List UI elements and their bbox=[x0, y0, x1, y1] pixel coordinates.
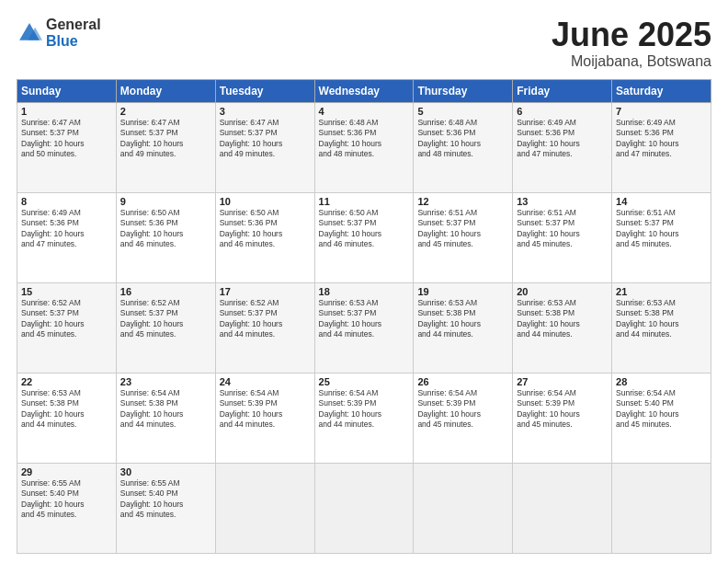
calendar-subtitle: Moijabana, Botswana bbox=[552, 53, 711, 70]
day-number: 4 bbox=[319, 106, 410, 117]
day-number: 8 bbox=[21, 196, 112, 207]
day-number: 6 bbox=[517, 106, 608, 117]
calendar-day-cell: 11Sunrise: 6:50 AM Sunset: 5:37 PM Dayli… bbox=[314, 192, 414, 282]
day-number: 24 bbox=[220, 376, 311, 387]
calendar-day-cell: 13Sunrise: 6:51 AM Sunset: 5:37 PM Dayli… bbox=[513, 192, 612, 282]
day-number: 3 bbox=[220, 106, 311, 117]
day-info: Sunrise: 6:51 AM Sunset: 5:37 PM Dayligh… bbox=[616, 208, 707, 250]
day-number: 27 bbox=[517, 376, 608, 387]
day-info: Sunrise: 6:49 AM Sunset: 5:36 PM Dayligh… bbox=[517, 118, 608, 160]
day-info: Sunrise: 6:54 AM Sunset: 5:38 PM Dayligh… bbox=[120, 388, 211, 431]
calendar-day-cell: 12Sunrise: 6:51 AM Sunset: 5:37 PM Dayli… bbox=[414, 192, 513, 282]
header-sunday: Sunday bbox=[17, 79, 117, 102]
day-info: Sunrise: 6:53 AM Sunset: 5:38 PM Dayligh… bbox=[517, 298, 608, 340]
day-info: Sunrise: 6:54 AM Sunset: 5:39 PM Dayligh… bbox=[319, 388, 410, 431]
calendar-day-cell: 17Sunrise: 6:52 AM Sunset: 5:37 PM Dayli… bbox=[215, 282, 314, 373]
day-info: Sunrise: 6:51 AM Sunset: 5:37 PM Dayligh… bbox=[417, 208, 508, 250]
day-info: Sunrise: 6:47 AM Sunset: 5:37 PM Dayligh… bbox=[220, 118, 311, 160]
day-info: Sunrise: 6:50 AM Sunset: 5:36 PM Dayligh… bbox=[120, 208, 211, 250]
day-number: 28 bbox=[616, 376, 707, 387]
day-number: 23 bbox=[120, 376, 211, 387]
day-number: 15 bbox=[21, 286, 112, 297]
calendar-day-cell: 3Sunrise: 6:47 AM Sunset: 5:37 PM Daylig… bbox=[215, 102, 314, 192]
calendar-day-cell: 14Sunrise: 6:51 AM Sunset: 5:37 PM Dayli… bbox=[612, 192, 711, 282]
day-info: Sunrise: 6:52 AM Sunset: 5:37 PM Dayligh… bbox=[21, 298, 112, 340]
calendar-day-cell: 24Sunrise: 6:54 AM Sunset: 5:39 PM Dayli… bbox=[215, 373, 314, 463]
calendar-day-cell: 22Sunrise: 6:53 AM Sunset: 5:38 PM Dayli… bbox=[17, 373, 117, 463]
calendar-day-cell: 15Sunrise: 6:52 AM Sunset: 5:37 PM Dayli… bbox=[17, 282, 117, 373]
day-number: 25 bbox=[319, 376, 410, 387]
day-number: 20 bbox=[517, 286, 608, 297]
calendar-day-cell: 2Sunrise: 6:47 AM Sunset: 5:37 PM Daylig… bbox=[116, 102, 215, 192]
day-number: 16 bbox=[120, 286, 211, 297]
header-saturday: Saturday bbox=[612, 79, 711, 102]
calendar-day-cell: 27Sunrise: 6:54 AM Sunset: 5:39 PM Dayli… bbox=[513, 373, 612, 463]
day-number: 14 bbox=[616, 196, 707, 207]
calendar-week-row: 15Sunrise: 6:52 AM Sunset: 5:37 PM Dayli… bbox=[17, 282, 711, 373]
calendar-title: June 2025 bbox=[552, 17, 711, 53]
calendar-day-cell: 8Sunrise: 6:49 AM Sunset: 5:36 PM Daylig… bbox=[17, 192, 117, 282]
day-info: Sunrise: 6:54 AM Sunset: 5:39 PM Dayligh… bbox=[517, 388, 608, 431]
day-number: 11 bbox=[319, 196, 410, 207]
day-number: 5 bbox=[417, 106, 508, 117]
day-info: Sunrise: 6:52 AM Sunset: 5:37 PM Dayligh… bbox=[120, 298, 211, 340]
calendar-day-cell: 25Sunrise: 6:54 AM Sunset: 5:39 PM Dayli… bbox=[314, 373, 414, 463]
day-number: 17 bbox=[220, 286, 311, 297]
day-info: Sunrise: 6:53 AM Sunset: 5:37 PM Dayligh… bbox=[319, 298, 410, 340]
day-info: Sunrise: 6:47 AM Sunset: 5:37 PM Dayligh… bbox=[21, 118, 112, 160]
calendar-day-cell: 9Sunrise: 6:50 AM Sunset: 5:36 PM Daylig… bbox=[116, 192, 215, 282]
day-number: 7 bbox=[616, 106, 707, 117]
header-tuesday: Tuesday bbox=[215, 79, 314, 102]
calendar-week-row: 1Sunrise: 6:47 AM Sunset: 5:37 PM Daylig… bbox=[17, 102, 711, 192]
day-info: Sunrise: 6:53 AM Sunset: 5:38 PM Dayligh… bbox=[417, 298, 508, 340]
logo-icon bbox=[17, 20, 42, 46]
day-info: Sunrise: 6:51 AM Sunset: 5:37 PM Dayligh… bbox=[517, 208, 608, 250]
day-info: Sunrise: 6:52 AM Sunset: 5:37 PM Dayligh… bbox=[220, 298, 311, 340]
page: General Blue June 2025 Moijabana, Botswa… bbox=[0, 0, 728, 563]
day-info: Sunrise: 6:55 AM Sunset: 5:40 PM Dayligh… bbox=[21, 478, 112, 521]
day-info: Sunrise: 6:54 AM Sunset: 5:39 PM Dayligh… bbox=[220, 388, 311, 431]
calendar-week-row: 8Sunrise: 6:49 AM Sunset: 5:36 PM Daylig… bbox=[17, 192, 711, 282]
calendar-day-cell: 29Sunrise: 6:55 AM Sunset: 5:40 PM Dayli… bbox=[17, 463, 117, 553]
day-number: 10 bbox=[220, 196, 311, 207]
calendar-day-cell: 6Sunrise: 6:49 AM Sunset: 5:36 PM Daylig… bbox=[513, 102, 612, 192]
calendar-week-row: 29Sunrise: 6:55 AM Sunset: 5:40 PM Dayli… bbox=[17, 463, 711, 553]
calendar-day-cell: 16Sunrise: 6:52 AM Sunset: 5:37 PM Dayli… bbox=[116, 282, 215, 373]
day-number: 1 bbox=[21, 106, 112, 117]
logo-general-text: General bbox=[46, 17, 101, 33]
calendar-day-cell: 28Sunrise: 6:54 AM Sunset: 5:40 PM Dayli… bbox=[612, 373, 711, 463]
day-number: 22 bbox=[21, 376, 112, 387]
day-number: 29 bbox=[21, 466, 112, 477]
calendar-day-cell: 20Sunrise: 6:53 AM Sunset: 5:38 PM Dayli… bbox=[513, 282, 612, 373]
calendar-day-cell: 18Sunrise: 6:53 AM Sunset: 5:37 PM Dayli… bbox=[314, 282, 414, 373]
logo: General Blue bbox=[17, 17, 101, 49]
calendar-empty-cell bbox=[513, 463, 612, 553]
day-number: 30 bbox=[120, 466, 211, 477]
calendar-day-cell: 7Sunrise: 6:49 AM Sunset: 5:36 PM Daylig… bbox=[612, 102, 711, 192]
day-number: 2 bbox=[120, 106, 211, 117]
header-friday: Friday bbox=[513, 79, 612, 102]
day-info: Sunrise: 6:55 AM Sunset: 5:40 PM Dayligh… bbox=[120, 478, 211, 521]
calendar-day-cell: 4Sunrise: 6:48 AM Sunset: 5:36 PM Daylig… bbox=[314, 102, 414, 192]
calendar-table: Sunday Monday Tuesday Wednesday Thursday… bbox=[17, 79, 711, 554]
day-info: Sunrise: 6:50 AM Sunset: 5:36 PM Dayligh… bbox=[220, 208, 311, 250]
day-number: 21 bbox=[616, 286, 707, 297]
day-info: Sunrise: 6:53 AM Sunset: 5:38 PM Dayligh… bbox=[21, 388, 112, 431]
day-info: Sunrise: 6:54 AM Sunset: 5:39 PM Dayligh… bbox=[417, 388, 508, 431]
day-number: 26 bbox=[417, 376, 508, 387]
calendar-empty-cell bbox=[215, 463, 314, 553]
day-info: Sunrise: 6:54 AM Sunset: 5:40 PM Dayligh… bbox=[616, 388, 707, 431]
day-number: 13 bbox=[517, 196, 608, 207]
calendar-day-cell: 19Sunrise: 6:53 AM Sunset: 5:38 PM Dayli… bbox=[414, 282, 513, 373]
day-number: 19 bbox=[417, 286, 508, 297]
title-area: June 2025 Moijabana, Botswana bbox=[552, 17, 711, 70]
header-thursday: Thursday bbox=[414, 79, 513, 102]
header-wednesday: Wednesday bbox=[314, 79, 414, 102]
header-monday: Monday bbox=[116, 79, 215, 102]
day-number: 12 bbox=[417, 196, 508, 207]
day-info: Sunrise: 6:53 AM Sunset: 5:38 PM Dayligh… bbox=[616, 298, 707, 340]
day-info: Sunrise: 6:49 AM Sunset: 5:36 PM Dayligh… bbox=[616, 118, 707, 160]
calendar-empty-cell bbox=[314, 463, 414, 553]
day-info: Sunrise: 6:49 AM Sunset: 5:36 PM Dayligh… bbox=[21, 208, 112, 250]
logo-text: General Blue bbox=[46, 17, 101, 49]
